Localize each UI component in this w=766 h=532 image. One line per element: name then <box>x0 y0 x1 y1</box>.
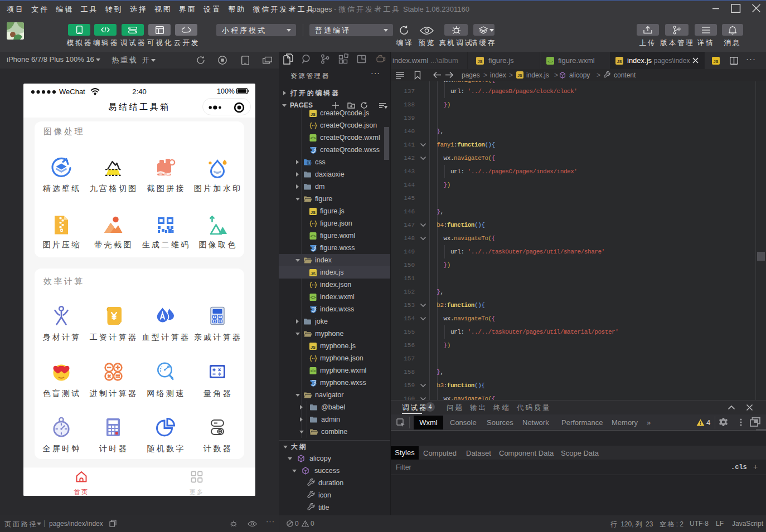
svg-text:JS: JS <box>713 59 718 64</box>
svg-text:JS: JS <box>617 59 622 64</box>
svg-text:<>: <> <box>547 59 553 64</box>
svg-text:JS: JS <box>517 74 522 77</box>
svg-text:JS: JS <box>477 59 482 64</box>
